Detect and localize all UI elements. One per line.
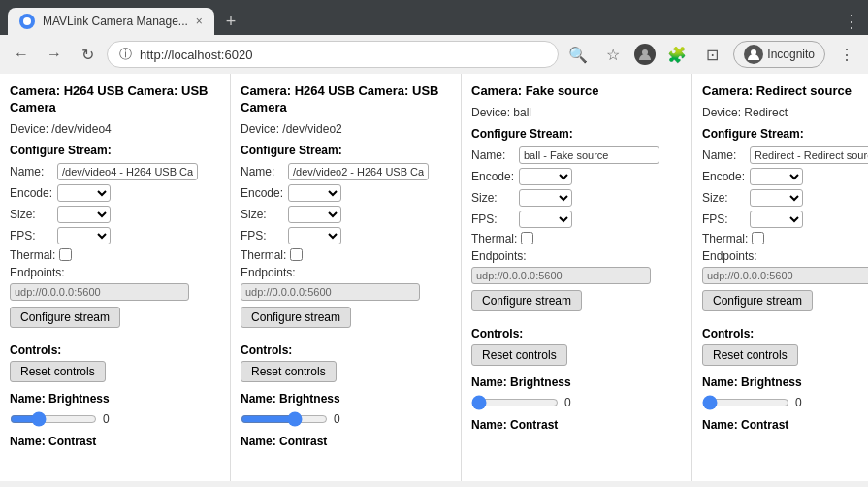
name-input-0[interactable] xyxy=(57,163,198,180)
fps-row-0: FPS: xyxy=(10,227,220,244)
encode-row-2: Encode: xyxy=(471,168,682,185)
tab-bar: MAVLink Camera Manage... × + ⋮ xyxy=(0,0,868,35)
name-label-1: Name: xyxy=(241,165,284,179)
thermal-checkbox-3[interactable] xyxy=(752,232,764,244)
address-bar[interactable]: ⓘ http://localhost:6020 xyxy=(107,41,559,68)
profile-label: Incognito xyxy=(767,48,815,61)
fps-select-3[interactable] xyxy=(750,211,803,228)
brightness-slider-2[interactable] xyxy=(471,395,559,410)
brightness-value-0: 0 xyxy=(103,412,110,426)
endpoints-input-3[interactable] xyxy=(702,267,868,284)
camera-title-1: Camera: H264 USB Camera: USB Camera xyxy=(241,83,451,116)
endpoints-row-2: Endpoints: xyxy=(471,249,682,263)
name-label-2: Name: xyxy=(471,148,515,162)
name-row-2: Name: xyxy=(471,146,682,164)
fps-select-1[interactable] xyxy=(288,227,341,244)
thermal-row-1: Thermal: xyxy=(241,248,451,262)
size-select-2[interactable] xyxy=(519,189,572,207)
controls-section-0: Controls: Reset controls Name: Brightnes… xyxy=(10,343,220,448)
brightness-name-3: Name: Brightness xyxy=(702,375,868,389)
fps-select-0[interactable] xyxy=(57,227,111,244)
endpoints-row-3: Endpoints: xyxy=(702,249,868,263)
encode-select-2[interactable] xyxy=(519,168,572,185)
fps-select-2[interactable] xyxy=(519,211,572,228)
brightness-slider-1[interactable] xyxy=(241,411,328,427)
name-input-2[interactable] xyxy=(519,146,659,164)
tab-close-btn[interactable]: × xyxy=(196,15,203,28)
reload-btn[interactable]: ↻ xyxy=(74,41,101,68)
device-info-1: Device: /dev/video2 xyxy=(241,122,451,136)
reset-btn-3[interactable]: Reset controls xyxy=(702,344,798,366)
contrast-name-0: Name: Contrast xyxy=(10,435,220,448)
thermal-checkbox-0[interactable] xyxy=(59,248,72,261)
browser-menu-btn[interactable]: ⋮ xyxy=(843,11,860,32)
profile-circle-icon[interactable] xyxy=(634,44,656,65)
thermal-label-1: Thermal: xyxy=(241,248,286,262)
split-icon[interactable]: ⊡ xyxy=(698,41,725,68)
size-select-1[interactable] xyxy=(288,206,341,223)
encode-select-0[interactable] xyxy=(57,184,111,202)
name-input-1[interactable] xyxy=(288,163,429,180)
encode-label-1: Encode: xyxy=(241,186,284,200)
controls-label-1: Controls: xyxy=(241,343,451,357)
size-select-0[interactable] xyxy=(57,206,111,223)
encode-row-3: Encode: xyxy=(702,168,868,185)
thermal-checkbox-1[interactable] xyxy=(290,248,303,261)
camera-panel-3: Camera: Redirect source Device: Redirect… xyxy=(692,74,868,481)
search-icon[interactable]: 🔍 xyxy=(564,41,592,68)
endpoints-label-0: Endpoints: xyxy=(10,266,65,279)
endpoints-row-1: Endpoints: xyxy=(241,266,451,279)
configure-stream-label-1: Configure Stream: xyxy=(241,144,451,157)
active-tab[interactable]: MAVLink Camera Manage... × xyxy=(8,8,214,35)
configure-btn-0[interactable]: Configure stream xyxy=(10,307,120,328)
thermal-row-0: Thermal: xyxy=(10,248,220,262)
thermal-checkbox-2[interactable] xyxy=(521,232,533,244)
configure-stream-label-0: Configure Stream: xyxy=(10,144,220,157)
brightness-row-1: 0 xyxy=(241,411,451,427)
page-content: Camera: H264 USB Camera: USB Camera Devi… xyxy=(0,74,868,481)
controls-section-1: Controls: Reset controls Name: Brightnes… xyxy=(241,343,451,448)
toolbar-right: 🔍 ☆ 🧩 ⊡ Incognito ⋮ xyxy=(564,41,860,68)
name-row-1: Name: xyxy=(241,163,451,180)
brightness-name-1: Name: Brightness xyxy=(241,392,451,406)
endpoints-input-0[interactable] xyxy=(10,283,189,301)
new-tab-btn[interactable]: + xyxy=(218,12,244,32)
size-row-2: Size: xyxy=(471,189,682,207)
reset-btn-1[interactable]: Reset controls xyxy=(241,361,337,382)
fps-row-3: FPS: xyxy=(702,211,868,228)
fps-row-2: FPS: xyxy=(471,211,682,228)
controls-section-2: Controls: Reset controls Name: Brightnes… xyxy=(471,327,682,432)
configure-btn-1[interactable]: Configure stream xyxy=(241,307,351,328)
endpoints-label-3: Endpoints: xyxy=(702,249,757,263)
fps-label-2: FPS: xyxy=(471,212,515,226)
encode-label-2: Encode: xyxy=(471,170,515,183)
profile-btn[interactable]: Incognito xyxy=(733,41,825,68)
name-input-3[interactable] xyxy=(750,146,868,164)
endpoints-input-2[interactable] xyxy=(471,267,651,284)
brightness-slider-0[interactable] xyxy=(10,411,97,427)
brightness-name-2: Name: Brightness xyxy=(471,375,682,389)
controls-label-2: Controls: xyxy=(471,327,682,341)
device-info-0: Device: /dev/video4 xyxy=(10,122,220,136)
thermal-label-0: Thermal: xyxy=(10,248,55,262)
encode-select-1[interactable] xyxy=(288,184,341,202)
endpoints-row-0: Endpoints: xyxy=(10,266,220,279)
toolbar: ← → ↻ ⓘ http://localhost:6020 🔍 ☆ 🧩 ⊡ In… xyxy=(0,35,868,74)
contrast-name-3: Name: Contrast xyxy=(702,418,868,432)
reset-btn-2[interactable]: Reset controls xyxy=(471,344,567,366)
browser-menu-icon[interactable]: ⋮ xyxy=(833,41,860,68)
configure-btn-3[interactable]: Configure stream xyxy=(702,290,813,311)
bookmark-icon[interactable]: ☆ xyxy=(599,41,627,68)
configure-btn-2[interactable]: Configure stream xyxy=(471,290,582,311)
forward-btn[interactable]: → xyxy=(41,41,68,68)
endpoints-input-1[interactable] xyxy=(241,283,420,301)
name-label-0: Name: xyxy=(10,165,53,179)
contrast-name-2: Name: Contrast xyxy=(471,418,682,432)
brightness-slider-3[interactable] xyxy=(702,395,789,410)
brightness-row-3: 0 xyxy=(702,395,868,410)
back-btn[interactable]: ← xyxy=(8,41,35,68)
size-select-3[interactable] xyxy=(750,189,803,207)
encode-select-3[interactable] xyxy=(750,168,803,185)
reset-btn-0[interactable]: Reset controls xyxy=(10,361,106,382)
extension-icon[interactable]: 🧩 xyxy=(663,41,691,68)
